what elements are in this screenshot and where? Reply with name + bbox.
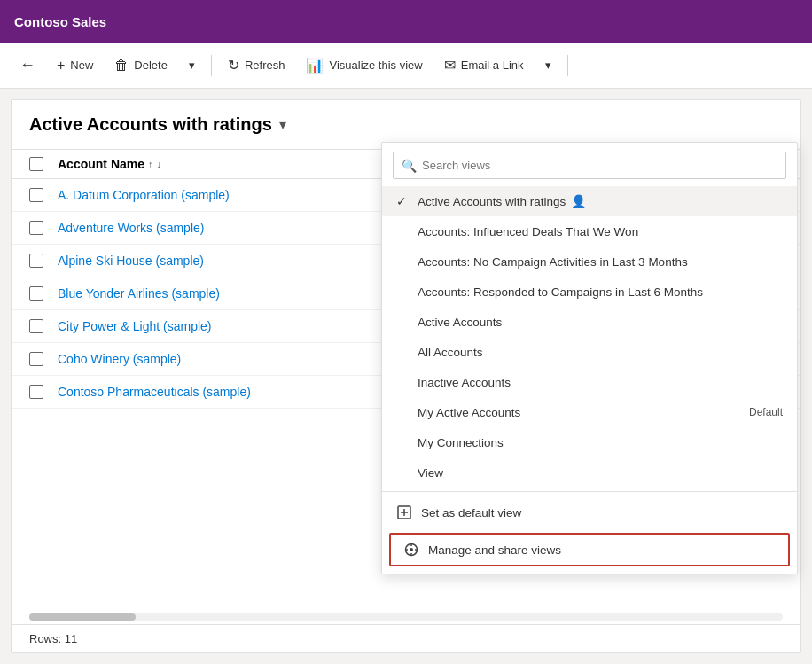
trash-icon: 🗑: [114, 58, 129, 74]
account-name-header-label: Account Name: [58, 157, 144, 171]
refresh-icon: ↻: [228, 57, 239, 74]
new-label: New: [70, 59, 93, 72]
toolbar-divider-2: [567, 55, 568, 76]
plus-icon: +: [57, 58, 65, 74]
set-default-view-button[interactable]: Set as default view: [382, 496, 797, 529]
view-item-label-0: Active Accounts with ratings: [418, 195, 566, 208]
manage-label: Manage and share views: [428, 543, 561, 557]
scrollbar-thumb[interactable]: [29, 613, 136, 621]
chevron-down-icon-2: ▾: [545, 59, 551, 72]
sort-asc-icon: ↑: [148, 159, 153, 169]
list-item[interactable]: ✓ Active Accounts: [382, 307, 797, 337]
visualize-button[interactable]: 📊 Visualize this view: [297, 51, 431, 79]
toolbar-divider-1: [211, 55, 212, 76]
chart-icon: 📊: [306, 57, 324, 74]
view-item-label-5: All Accounts: [418, 346, 483, 359]
back-button[interactable]: ←: [11, 51, 44, 80]
row-checkbox-2[interactable]: [29, 221, 43, 235]
views-dropdown: 🔍 ✓ Active Accounts with ratings 👤 ✓ Acc…: [381, 142, 798, 574]
list-item[interactable]: ✓ Accounts: Influenced Deals That We Won: [382, 216, 797, 246]
view-item-active[interactable]: ✓ Active Accounts with ratings 👤: [382, 186, 797, 216]
row-checkbox-5[interactable]: [29, 319, 43, 333]
row-checkbox-col-3: [29, 254, 58, 268]
view-item-label-3: Accounts: Responded to Campaigns in Last…: [418, 285, 703, 299]
main-area: Active Accounts with ratings ▾ Account N…: [0, 89, 812, 664]
default-badge-7: Default: [749, 406, 783, 418]
row-checkbox-col-7: [29, 385, 58, 399]
row-checkbox-6[interactable]: [29, 352, 43, 366]
rows-footer: Rows: 11: [12, 624, 800, 652]
toolbar: ← + New 🗑 Delete ▾ ↻ Refresh 📊 Visualize…: [0, 43, 812, 89]
views-footer: Set as default view Manage and share vie…: [382, 491, 797, 574]
active-checkmark-icon: ✓: [396, 194, 410, 208]
list-item[interactable]: ✓ All Accounts: [382, 337, 797, 367]
more-button[interactable]: ▾: [536, 53, 560, 77]
view-dropdown-icon[interactable]: ▾: [279, 116, 286, 133]
search-input[interactable]: [393, 152, 786, 179]
svg-point-4: [410, 548, 413, 551]
row-checkbox-1[interactable]: [29, 188, 43, 202]
view-item-label-4: Active Accounts: [418, 316, 502, 329]
delete-button[interactable]: 🗑 Delete: [105, 52, 176, 79]
manage-icon: [403, 542, 419, 558]
view-title: Active Accounts with ratings: [29, 114, 272, 135]
row-checkbox-3[interactable]: [29, 254, 43, 268]
list-item[interactable]: ✓ View: [382, 457, 797, 488]
title-bar: Contoso Sales: [0, 0, 812, 43]
set-default-label: Set as default view: [421, 506, 521, 519]
new-button[interactable]: + New: [48, 52, 102, 79]
app-title: Contoso Sales: [14, 14, 106, 29]
row-checkbox-col-5: [29, 319, 58, 333]
list-item[interactable]: ✓ My Active Accounts Default: [382, 397, 797, 427]
row-checkbox-col-1: [29, 188, 58, 202]
views-list: ✓ Active Accounts with ratings 👤 ✓ Accou…: [382, 183, 797, 491]
set-default-icon: [396, 504, 412, 520]
view-item-label-8: My Connections: [418, 436, 504, 449]
refresh-button[interactable]: ↻ Refresh: [219, 51, 294, 79]
row-checkbox-col-4: [29, 286, 58, 301]
row-checkbox-7[interactable]: [29, 385, 43, 399]
email-link-button[interactable]: ✉ Email a Link: [435, 51, 533, 79]
list-item[interactable]: ✓ Inactive Accounts: [382, 367, 797, 397]
chevron-down-icon: ▾: [189, 59, 195, 72]
email-label: Email a Link: [461, 59, 524, 72]
user-icon-0: 👤: [571, 194, 586, 208]
view-item-label-1: Accounts: Influenced Deals That We Won: [418, 225, 638, 238]
search-wrapper: 🔍: [393, 152, 786, 179]
list-item[interactable]: ✓ My Connections: [382, 427, 797, 457]
view-item-label-2: Accounts: No Campaign Activities in Last…: [418, 255, 688, 269]
search-icon: 🔍: [402, 159, 417, 173]
row-checkbox-col-6: [29, 352, 58, 366]
row-checkbox-col-2: [29, 221, 58, 235]
list-item[interactable]: ✓ Accounts: No Campaign Activities in La…: [382, 246, 797, 277]
back-icon: ←: [20, 56, 35, 74]
visualize-label: Visualize this view: [329, 59, 422, 72]
list-item[interactable]: ✓ Accounts: Responded to Campaigns in La…: [382, 277, 797, 307]
view-item-label-7: My Active Accounts: [418, 406, 520, 419]
sort-desc-icon: ↓: [157, 159, 162, 169]
view-item-label-9: View: [418, 466, 443, 480]
select-all-checkbox-col: [29, 157, 58, 171]
email-icon: ✉: [444, 57, 456, 74]
delete-dropdown-button[interactable]: ▾: [180, 53, 204, 77]
delete-label: Delete: [134, 59, 168, 72]
row-checkbox-4[interactable]: [29, 286, 43, 301]
view-item-label-6: Inactive Accounts: [418, 376, 511, 389]
rows-count: Rows: 11: [29, 632, 77, 645]
select-all-checkbox[interactable]: [29, 157, 43, 171]
refresh-label: Refresh: [245, 59, 285, 72]
horizontal-scrollbar[interactable]: [29, 613, 783, 621]
manage-and-share-views-button[interactable]: Manage and share views: [389, 533, 790, 566]
